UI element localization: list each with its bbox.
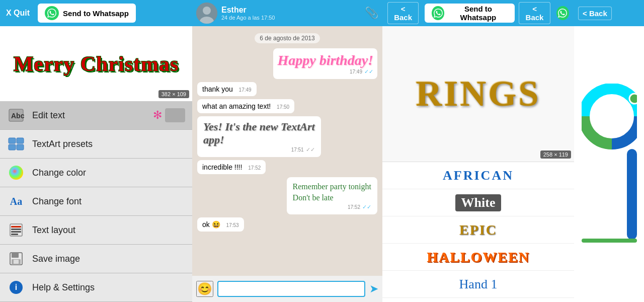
back-button-color[interactable]: < Back: [578, 7, 612, 20]
menu-item-change-color[interactable]: Change color: [0, 159, 192, 187]
svg-point-22: [629, 94, 637, 104]
menu-item-text-layout[interactable]: Text layout: [0, 216, 192, 245]
color-header: < Back: [574, 0, 644, 26]
preset-halloween-text: HALLOWEEN: [427, 249, 530, 265]
svg-rect-9: [11, 229, 21, 230]
svg-rect-3: [9, 144, 16, 150]
message-amazing: what an amazing text! 17:50: [197, 99, 294, 113]
svg-rect-15: [14, 260, 19, 264]
remember-time: 17:52: [348, 204, 360, 210]
preview-size-label: 382 × 109: [158, 90, 189, 98]
yes-textart-text: Yes! It's the new TextArtapp!: [203, 120, 315, 146]
change-font-icon: Aa: [7, 192, 25, 210]
chat-user-name: Esther: [221, 6, 361, 15]
birthday-check: ✓✓: [364, 68, 373, 75]
message-birthday-image: Happy birthday! 17:49 ✓✓: [273, 48, 377, 79]
back-button-presets2[interactable]: < Back: [519, 2, 550, 24]
help-settings-label: Help & Settings: [32, 282, 95, 293]
preset-african-text: African: [443, 168, 514, 183]
svg-rect-10: [11, 231, 21, 233]
preset-epic-text: EPIC: [459, 222, 497, 238]
svg-rect-2: [9, 138, 16, 143]
preset-item-african[interactable]: African: [382, 162, 574, 189]
preview-christmas-text: Merry Christmas: [9, 47, 184, 81]
left-header: X Quit Send to Whatsapp: [0, 0, 192, 26]
svg-point-6: [9, 166, 23, 180]
send-button[interactable]: ➤: [369, 282, 378, 295]
whatsapp-icon-left: [45, 6, 59, 20]
preset-item-painter[interactable]: Painter: [382, 298, 574, 302]
edit-text-icon: Abc: [7, 106, 25, 124]
left-panel: X Quit Send to Whatsapp Merry Christmas …: [0, 0, 192, 302]
msg-amazing-time: 17:50: [277, 104, 289, 110]
emoji-button[interactable]: 😊: [196, 281, 213, 297]
svg-point-19: [203, 7, 211, 15]
msg-incredible-time: 17:52: [248, 165, 261, 171]
change-color-icon: [7, 164, 25, 182]
menu-item-save-image[interactable]: Save image: [0, 245, 192, 273]
message-yes-textart: Yes! It's the new TextArtapp! 17:51 ✓✓: [197, 116, 321, 157]
preset-item-white[interactable]: White: [382, 189, 574, 216]
send-to-whatsapp-button-left[interactable]: Send to Whatsapp: [38, 4, 136, 23]
snowflake-icon: ✻: [153, 109, 162, 122]
text-layout-label: Text layout: [32, 225, 75, 236]
text-layout-icon: [7, 221, 25, 239]
save-image-icon: [7, 250, 25, 268]
preset-item-halloween[interactable]: HALLOWEEN: [382, 244, 574, 271]
svg-text:i: i: [15, 283, 17, 291]
svg-point-21: [591, 95, 633, 137]
presets-header: < Back Send to Whatsapp < Back: [382, 0, 574, 26]
svg-rect-23: [627, 149, 637, 240]
msg-thank-you-time: 17:49: [239, 87, 252, 93]
chat-text-input[interactable]: [217, 281, 365, 297]
msg-ok-time: 17:53: [226, 222, 239, 228]
help-settings-icon: i: [7, 278, 25, 296]
save-image-label: Save image: [32, 254, 80, 264]
preset-item-epic[interactable]: EPIC: [382, 216, 574, 244]
remember-text: Remember party tonightDon't be late: [293, 181, 371, 204]
back-button-presets[interactable]: < Back: [387, 2, 419, 24]
remember-check: ✓✓: [362, 204, 371, 210]
whatsapp-icon-presets2: [556, 6, 569, 20]
yes-textart-time: 17:51: [291, 147, 304, 153]
message-incredible: incredible !!!! 17:52: [197, 160, 266, 174]
whatsapp-label-left: Send to Whatsapp: [63, 9, 129, 18]
msg-thank-you-text: thank you: [202, 85, 233, 93]
chat-date-label: 6 de agosto de 2013: [255, 33, 319, 43]
menu-item-change-font[interactable]: Aa Change font: [0, 187, 192, 216]
quit-button[interactable]: X Quit: [0, 0, 36, 26]
msg-ok-text: ok 😆: [202, 220, 220, 229]
presets-size-label: 258 × 119: [540, 150, 571, 159]
attachment-icon[interactable]: 📎: [365, 7, 378, 20]
preset-item-hand[interactable]: Hand 1: [382, 271, 574, 298]
yes-textart-check: ✓✓: [306, 146, 315, 153]
rings-preview-text: RINGS: [416, 73, 540, 115]
message-ok: ok 😆 17:53: [197, 217, 244, 232]
msg-amazing-text: what an amazing text!: [202, 102, 271, 110]
color-ring-svg: [582, 84, 637, 245]
color-swatch: [165, 108, 185, 122]
color-panel: < Back: [574, 0, 644, 302]
menu-item-help-settings[interactable]: i Help & Settings: [0, 273, 192, 302]
chat-header: Esther 24 de Ago a las 17:50 📎: [192, 0, 382, 26]
svg-rect-13: [12, 253, 19, 258]
color-wheel-area[interactable]: [574, 26, 644, 302]
chat-panel: Esther 24 de Ago a las 17:50 📎 6 de agos…: [192, 0, 382, 302]
chat-messages: 6 de agosto de 2013 Happy birthday! 17:4…: [192, 26, 382, 276]
msg-incredible-text: incredible !!!!: [202, 163, 242, 171]
change-color-label: Change color: [32, 168, 86, 178]
send-to-whatsapp-button-presets[interactable]: Send to Whatsapp: [425, 4, 515, 23]
chat-input-bar: 😊 ➤: [192, 276, 382, 302]
presets-preview: RINGS 258 × 119: [382, 26, 574, 162]
change-font-label: Change font: [32, 196, 82, 207]
message-remember: Remember party tonightDon't be late 17:5…: [287, 177, 377, 214]
chat-user-info: Esther 24 de Ago a las 17:50: [221, 6, 361, 21]
preset-white-text: White: [455, 194, 502, 211]
left-preview: Merry Christmas 382 × 109: [0, 26, 192, 101]
menu-item-textart-presets[interactable]: TextArt presets: [0, 130, 192, 159]
whatsapp-label-presets: Send to Whatsapp: [448, 5, 508, 22]
textart-presets-label: TextArt presets: [32, 139, 93, 149]
menu-list: Abc Edit text ✻ TextArt presets: [0, 101, 192, 302]
svg-rect-4: [17, 138, 24, 143]
menu-item-edit-text[interactable]: Abc Edit text ✻: [0, 101, 192, 130]
